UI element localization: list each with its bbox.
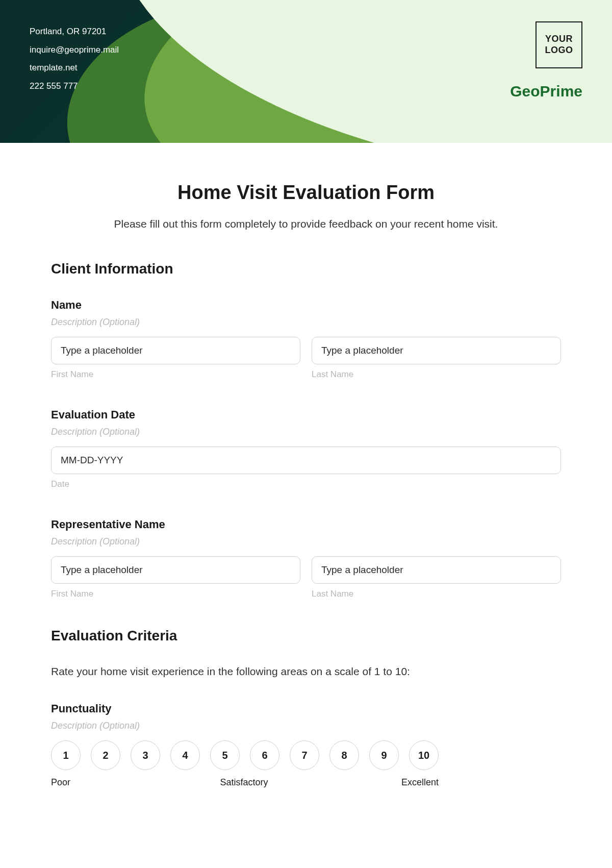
- section-criteria-heading: Evaluation Criteria: [51, 628, 561, 644]
- field-punctuality: Punctuality Description (Optional) 1 2 3…: [51, 702, 561, 788]
- form-content: Home Visit Evaluation Form Please fill o…: [0, 143, 612, 808]
- scale-punctuality: 1 2 3 4 5 6 7 8 9 10: [51, 740, 561, 770]
- field-eval-date: Evaluation Date Description (Optional) D…: [51, 408, 561, 489]
- sublabel-rep-first: First Name: [51, 589, 300, 599]
- rep-first-name-input[interactable]: [51, 556, 300, 584]
- scale-6[interactable]: 6: [250, 740, 279, 770]
- sublabel-last-name: Last Name: [312, 369, 561, 380]
- desc-punctuality: Description (Optional): [51, 721, 561, 731]
- scale-1[interactable]: 1: [51, 740, 81, 770]
- contact-phone: 222 555 777: [30, 77, 119, 95]
- contact-address: Portland, OR 97201: [30, 22, 119, 41]
- anchor-excellent: Excellent: [401, 777, 439, 788]
- form-intro: Please fill out this form completely to …: [51, 218, 561, 230]
- scale-9[interactable]: 9: [369, 740, 399, 770]
- scale-5[interactable]: 5: [210, 740, 240, 770]
- desc-rep-name: Description (Optional): [51, 536, 561, 547]
- page-header: Portland, OR 97201 inquire@geoprime.mail…: [0, 0, 612, 143]
- label-eval-date: Evaluation Date: [51, 408, 561, 421]
- contact-site: template.net: [30, 59, 119, 77]
- anchor-satisfactory: Satisfactory: [220, 777, 268, 788]
- eval-date-input[interactable]: [51, 447, 561, 474]
- logo-text: YOUR LOGO: [537, 34, 581, 56]
- label-punctuality: Punctuality: [51, 702, 561, 715]
- label-rep-name: Representative Name: [51, 518, 561, 531]
- sublabel-first-name: First Name: [51, 369, 300, 380]
- scale-4[interactable]: 4: [170, 740, 200, 770]
- scale-anchors: Poor Satisfactory Excellent: [51, 777, 439, 788]
- scale-10[interactable]: 10: [409, 740, 439, 770]
- field-name: Name Description (Optional) First Name L…: [51, 299, 561, 380]
- sublabel-date: Date: [51, 479, 561, 489]
- last-name-input[interactable]: [312, 337, 561, 364]
- contact-email: inquire@geoprime.mail: [30, 41, 119, 59]
- rep-last-name-input[interactable]: [312, 556, 561, 584]
- sublabel-rep-last: Last Name: [312, 589, 561, 599]
- brand-name: GeoPrime: [510, 83, 582, 100]
- first-name-input[interactable]: [51, 337, 300, 364]
- scale-2[interactable]: 2: [91, 740, 120, 770]
- logo-placeholder: YOUR LOGO: [536, 21, 582, 68]
- label-name: Name: [51, 299, 561, 312]
- contact-block: Portland, OR 97201 inquire@geoprime.mail…: [30, 22, 119, 95]
- scale-3[interactable]: 3: [131, 740, 160, 770]
- scale-7[interactable]: 7: [290, 740, 319, 770]
- form-title: Home Visit Evaluation Form: [51, 182, 561, 204]
- desc-eval-date: Description (Optional): [51, 427, 561, 437]
- anchor-poor: Poor: [51, 777, 70, 788]
- desc-name: Description (Optional): [51, 317, 561, 328]
- criteria-intro: Rate your home visit experience in the f…: [51, 665, 561, 678]
- field-rep-name: Representative Name Description (Optiona…: [51, 518, 561, 599]
- section-client-info-heading: Client Information: [51, 261, 561, 277]
- scale-8[interactable]: 8: [329, 740, 359, 770]
